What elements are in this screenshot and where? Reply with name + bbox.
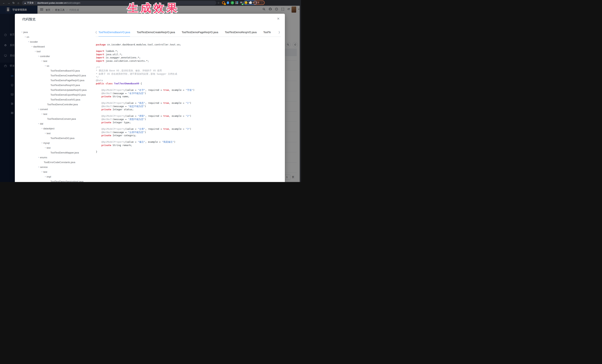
extension-grid-icon[interactable]: [235, 1, 238, 4]
code-line: public class ToolTestDemoBaseVO {: [96, 82, 281, 85]
extension-orange-icon[interactable]: 1: [222, 1, 225, 4]
page-scrollbar[interactable]: [300, 6, 301, 182]
tree-folder[interactable]: ▾mysql: [19, 140, 94, 145]
dialog-close-icon[interactable]: ✕: [277, 17, 280, 21]
code-viewer[interactable]: package cn.iocoder.dashboard.modules.too…: [96, 43, 281, 180]
tree-folder[interactable]: ▾dataobject: [19, 126, 94, 131]
tree-folder[interactable]: ▾dashboard: [19, 44, 94, 49]
tree-folder[interactable]: ▾java: [19, 30, 94, 34]
tab-1[interactable]: ToolTestDemoBaseVO.java: [98, 28, 130, 37]
back-icon[interactable]: ←: [1, 1, 6, 4]
omnibox-divider: [35, 2, 36, 4]
tree-folder[interactable]: ▾controller: [19, 54, 94, 59]
tabs-scroll-left-icon[interactable]: ❮: [95, 31, 97, 33]
tree-file[interactable]: ToolErrorCodeConstants.java: [19, 160, 94, 165]
caret-down-icon[interactable]: ▾: [42, 171, 43, 173]
tree-file[interactable]: ToolTestDemoPageReqVO.java: [19, 78, 94, 83]
code-line: [96, 46, 281, 50]
tree-folder[interactable]: ▾cn: [19, 34, 94, 39]
caret-down-icon[interactable]: ▾: [42, 113, 43, 115]
bookmark-star-icon[interactable]: ☆: [217, 1, 220, 4]
caret-down-icon[interactable]: ▾: [38, 156, 39, 158]
file-tabs: ❮ ToolTestDemoBaseVO.javaToolTestDemoCre…: [96, 28, 281, 37]
tree-file[interactable]: ToolTestDemoRespVO.java: [19, 83, 94, 87]
extension-tampermonkey-icon[interactable]: on: [240, 1, 243, 4]
tree-folder[interactable]: ▾test: [19, 131, 94, 136]
caret-down-icon[interactable]: ▾: [42, 127, 43, 129]
tab-5[interactable]: ToolTe: [263, 28, 271, 36]
tree-file[interactable]: ToolTestDemoBaseVO.java: [19, 68, 94, 73]
caret-down-icon[interactable]: ▾: [38, 55, 39, 57]
caret-down-icon[interactable]: ▾: [38, 166, 39, 168]
tree-file[interactable]: ToolTestDemoServiceImpl.java: [19, 179, 94, 182]
tree-folder[interactable]: ▾iocoder: [19, 39, 94, 44]
tree-file[interactable]: ToolTestDemoDO.java: [19, 136, 94, 140]
code-line: @NotNull(message = "类型不能为空"): [96, 118, 281, 121]
tree-folder[interactable]: ▾test: [19, 59, 94, 63]
code-line: private Integer type;: [96, 121, 281, 124]
home-icon[interactable]: ⌂: [16, 1, 21, 4]
annotation-text: 生成效果: [128, 1, 180, 15]
caret-down-icon[interactable]: ▾: [42, 60, 43, 62]
code-line: @NotNull(message = "名字不能为空"): [96, 92, 281, 95]
code-line: import java.util.*;: [96, 53, 281, 56]
forward-icon[interactable]: →: [6, 1, 11, 4]
code-line: [96, 85, 281, 89]
caret-down-icon[interactable]: ▾: [38, 108, 39, 110]
url-host: dashboard.yudao.iocoder.cn: [37, 2, 66, 4]
tree-file[interactable]: ToolTestDemoConvert.java: [19, 116, 94, 121]
tree-folder[interactable]: ▾test: [19, 169, 94, 174]
browser-menu-kebab-icon[interactable]: ⋮: [261, 2, 263, 3]
code-line: @ApiModelProperty(value = "备注", example …: [96, 140, 281, 144]
code-preview-dialog: 代码预览 ✕ ▾java▾cn▾iocoder▾dashboard▾tool▾c…: [15, 14, 285, 182]
tree-folder[interactable]: ▾tool: [19, 49, 94, 54]
caret-down-icon[interactable]: ▾: [42, 142, 43, 144]
tree-folder[interactable]: ▾service: [19, 165, 94, 169]
caret-down-icon[interactable]: ▾: [32, 46, 32, 47]
caret-down-icon[interactable]: ▾: [45, 65, 46, 67]
tabs-scroll-right-icon[interactable]: ❯: [278, 31, 280, 33]
code-line: private String remark;: [96, 144, 281, 147]
extension-drop-icon[interactable]: [226, 1, 230, 4]
code-line: * 测试示例 Base VO，提供给添加、修改、详细的子 VO 使用: [96, 69, 281, 72]
tree-folder[interactable]: ▾vo: [19, 63, 94, 68]
code-line: package cn.iocoder.dashboard.modules.too…: [96, 43, 281, 46]
tree-file[interactable]: ToolTestDemoUpdateReqVO.java: [19, 87, 94, 92]
caret-down-icon[interactable]: ▾: [28, 41, 29, 43]
code-line: @NotNull(message = "状态不能为空"): [96, 105, 281, 108]
tab-4[interactable]: ToolTestDemoRespVO.java: [225, 28, 257, 36]
caret-down-icon[interactable]: ▾: [45, 147, 46, 149]
tree-file[interactable]: ToolTestDemoMapper.java: [19, 150, 94, 155]
caret-down-icon[interactable]: ▾: [35, 50, 36, 52]
tree-file[interactable]: ToolTestDemoController.java: [19, 102, 94, 107]
code-line: import lombok.*;: [96, 50, 281, 53]
tree-folder[interactable]: ▾convert: [19, 107, 94, 112]
tree-folder[interactable]: ▾test: [19, 112, 94, 116]
file-tree: ▾java▾cn▾iocoder▾dashboard▾tool▾controll…: [19, 30, 94, 182]
code-line: @NotNull(message = "分类不能为空"): [96, 131, 281, 134]
tree-file[interactable]: ToolTestDemoExportReqVO.java: [19, 92, 94, 97]
address-bar[interactable]: ▲ 不安全 dashboard.yudao.iocoder.cn/tool/co…: [22, 1, 216, 5]
caret-down-icon[interactable]: ▾: [45, 176, 46, 177]
tree-folder[interactable]: ▾dal: [19, 121, 94, 126]
tab-2[interactable]: ToolTestDemoCreateReqVO.java: [137, 28, 175, 36]
caret-down-icon[interactable]: ▾: [22, 31, 22, 33]
security-warning-icon[interactable]: ▲: [24, 2, 26, 4]
extension-green-check-icon[interactable]: ✓: [231, 1, 234, 4]
chrome-update-chip[interactable]: 更新 ⋮: [254, 0, 265, 5]
code-line: @ApiModelProperty(value = "类型", required…: [96, 114, 281, 118]
code-line: /**: [96, 66, 281, 69]
tree-folder[interactable]: ▾test: [19, 145, 94, 150]
security-label[interactable]: 不安全: [27, 1, 34, 4]
tree-file[interactable]: ToolTestDemoExcelVO.java: [19, 97, 94, 102]
caret-down-icon[interactable]: ▾: [38, 123, 39, 125]
tree-file[interactable]: ToolTestDemoCreateReqVO.java: [19, 73, 94, 78]
code-line: * 如果子 VO 存在差异的字段，请不要添加到这里，影响 Swagger 文档生…: [96, 72, 281, 76]
code-line: private Integer status;: [96, 108, 281, 111]
reload-icon[interactable]: ↻: [11, 1, 16, 5]
tab-3[interactable]: ToolTestDemoPageReqVO.java: [182, 28, 218, 36]
tree-folder[interactable]: ▾enums: [19, 155, 94, 160]
caret-down-icon[interactable]: ▾: [25, 36, 26, 38]
caret-down-icon[interactable]: ▾: [45, 132, 46, 134]
tree-folder[interactable]: ▾impl: [19, 174, 94, 179]
